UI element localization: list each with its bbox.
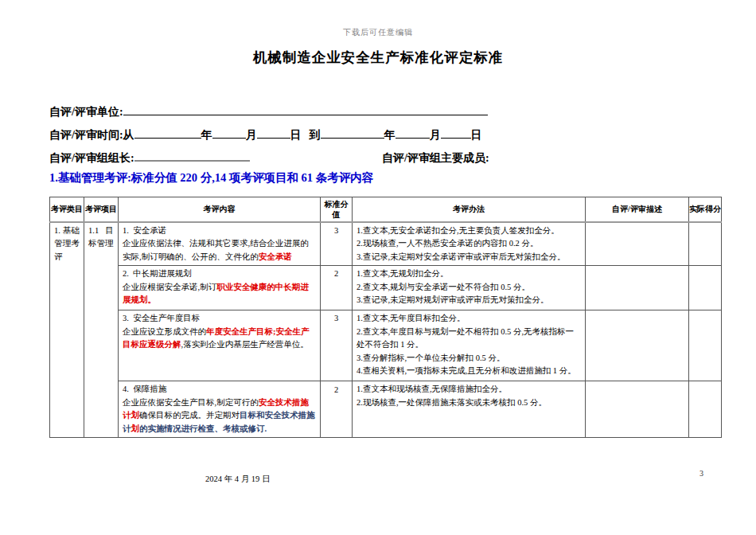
method-line: 1.查文本,无年度目标扣全分。 xyxy=(357,312,581,326)
from-day-blank[interactable] xyxy=(257,127,290,139)
column-header-3: 标准分值 xyxy=(321,197,353,222)
from-year-blank[interactable] xyxy=(134,127,201,139)
review-description-cell[interactable] xyxy=(586,381,689,438)
method-line: 2.现场核查,一人不熟悉安全承诺的内容扣 0.2 分。 xyxy=(357,237,581,251)
to-day-blank[interactable] xyxy=(441,127,471,139)
content-body: 企业应设立形成文件的年度安全生产目标;安全生产目标应逐级分解,落实到企业内基层生… xyxy=(123,326,316,352)
content-body: 企业应依据法律、法规和其它要求,结合企业进展的实际,制订明确的、公开的、文件化的… xyxy=(123,237,316,264)
actual-score-cell[interactable] xyxy=(689,222,722,266)
emphasis-red-text: 安全承诺 xyxy=(259,252,292,261)
form-line-leader: 自评/评审组组长: 自评/评审组主要成员: xyxy=(49,146,710,170)
method-line: 1.查文本,无规划扣全分。 xyxy=(357,268,581,281)
table-row: 1. 基础管理考评1.1目标管理1. 安全承诺企业应依据法律、法规和其它要求,结… xyxy=(50,222,722,266)
body-text: 企业应设立形成文件的 xyxy=(123,327,206,336)
header-form: 自评/评审单位: 自评/评审时间:从年月日到年月日 自评/评审组组长: 自评/评… xyxy=(49,100,710,170)
page-number: 3 xyxy=(699,469,703,478)
year-label-1: 年 xyxy=(201,129,212,141)
members-label: 自评/评审组主要成员: xyxy=(382,146,489,170)
table-row: 3. 安全生产年度目标企业应设立形成文件的年度安全生产目标;安全生产目标应逐级分… xyxy=(50,310,722,381)
standard-score-cell: 3 xyxy=(321,310,353,381)
content-title: 1. 安全承诺 xyxy=(123,225,316,238)
actual-score-cell[interactable] xyxy=(689,310,722,381)
content-cell: 2. 中长期进展规划企业应根据安全承诺,制订职业安全健康的中长期进展规划。 xyxy=(119,266,321,310)
method-cell: 1.查文本,无安全承诺扣全分,无主要负责人签发扣全分。2.现场核查,一人不熟悉安… xyxy=(353,222,586,266)
body-text: 企业应根据安全承诺,制订 xyxy=(123,283,216,291)
evaluation-table: 考评类目考评项目考评内容标准分值考评办法自评/评审描述实际得分 1. 基础管理考… xyxy=(49,197,722,438)
leader-blank-line[interactable] xyxy=(134,150,250,162)
method-line: 3.查记录,未定期对安全承诺评审或评审后无对策扣全分。 xyxy=(357,251,581,264)
month-label-2: 月 xyxy=(430,129,441,141)
category-cell: 1. 基础管理考评 xyxy=(50,222,84,438)
column-header-6: 实际得分 xyxy=(689,197,722,222)
method-line: 3.查分解指标,一个单位未分解扣 0.5 分。 xyxy=(357,352,581,365)
emphasis-blue-text: 的实施情况进行检查、考核或修订. xyxy=(139,424,267,433)
footer-date: 2024 年 4 月 19 日 xyxy=(205,474,270,485)
actual-score-cell[interactable] xyxy=(689,266,722,310)
content-title: 3. 安全生产年度目标 xyxy=(123,312,316,326)
column-header-5: 自评/评审描述 xyxy=(586,197,689,222)
standard-score-cell: 2 xyxy=(321,381,353,438)
column-header-2: 考评内容 xyxy=(119,197,321,222)
column-header-1: 考评项目 xyxy=(84,197,119,222)
form-line-unit: 自评/评审单位: xyxy=(49,100,710,123)
day-label-1: 日 xyxy=(290,129,302,141)
body-text: ,落实到企业内基层生产经营单位。 xyxy=(181,340,309,349)
page-title: 机械制造企业安全生产标准化评定标准 xyxy=(0,48,756,67)
month-label-1: 月 xyxy=(246,129,257,141)
project-cell: 1.1目标管理 xyxy=(84,222,119,438)
column-header-0: 考评类目 xyxy=(50,197,84,222)
actual-score-cell[interactable] xyxy=(689,381,722,438)
method-line: 1.查文本和现场核查,无保障措施扣全分。 xyxy=(357,383,581,396)
unit-blank-line[interactable] xyxy=(123,103,488,115)
from-month-blank[interactable] xyxy=(212,127,246,139)
table-row: 2. 中长期进展规划企业应根据安全承诺,制订职业安全健康的中长期进展规划。21.… xyxy=(50,266,722,310)
emphasis-red-text: 划 xyxy=(131,424,140,433)
standard-score-cell: 3 xyxy=(321,222,353,266)
method-line: 2.查文本,规划与安全承诺一处不符合扣 0.5 分。 xyxy=(357,281,581,295)
method-line: 2.现场核查,一处保障措施未落实或未考核扣 0.5 分。 xyxy=(357,396,581,410)
method-line: 1.查文本,无安全承诺扣全分,无主要负责人签发扣全分。 xyxy=(357,225,581,238)
body-text: 确保目标的完成。并定期对 xyxy=(139,411,240,420)
method-cell: 1.查文本和现场核查,无保障措施扣全分。2.现场核查,一处保障措施未落实或未考核… xyxy=(353,381,586,438)
method-line: 3.查记录,未定期对规划评审或评审后无对策扣全分。 xyxy=(357,294,581,307)
unit-label: 自评/评审单位: xyxy=(49,106,123,118)
method-line: 4.查相关资料,一项指标未完成,且无分析和改进措施扣 1 分。 xyxy=(357,365,581,378)
method-cell: 1.查文本,无规划扣全分。2.查文本,规划与安全承诺一处不符合扣 0.5 分。3… xyxy=(353,266,586,310)
content-body: 企业应依据安全生产目标,制定可行的安全技术措施计划确保目标的完成。并定期对目标和… xyxy=(123,396,316,436)
review-description-cell[interactable] xyxy=(586,266,689,310)
content-cell: 3. 安全生产年度目标企业应设立形成文件的年度安全生产目标;安全生产目标应逐级分… xyxy=(119,310,321,381)
content-body: 企业应根据安全承诺,制订职业安全健康的中长期进展规划。 xyxy=(123,281,316,307)
to-year-blank[interactable] xyxy=(321,127,384,139)
form-line-time: 自评/评审时间:从年月日到年月日 xyxy=(49,123,710,146)
content-cell: 4. 保障措施企业应依据安全生产目标,制定可行的安全技术措施计划确保目标的完成。… xyxy=(119,381,321,438)
to-month-blank[interactable] xyxy=(396,127,430,139)
day-label-2: 日 xyxy=(471,129,482,141)
leader-label: 自评/评审组组长: xyxy=(49,152,134,164)
content-title: 2. 中长期进展规划 xyxy=(123,268,316,281)
body-text: 企业应依据安全生产目标,制定可行的 xyxy=(123,398,259,407)
to-label: 到 xyxy=(310,129,321,141)
table-row: 4. 保障措施企业应依据安全生产目标,制定可行的安全技术措施计划确保目标的完成。… xyxy=(50,381,722,438)
content-cell: 1. 安全承诺企业应依据法律、法规和其它要求,结合企业进展的实际,制订明确的、公… xyxy=(119,222,321,266)
table-header: 考评类目考评项目考评内容标准分值考评办法自评/评审描述实际得分 xyxy=(50,197,722,222)
method-line: 2.查文本,年度目标与规划一处不相符扣 0.5 分,无考核指标一处不符合扣 1 … xyxy=(357,326,581,352)
standard-score-cell: 2 xyxy=(321,266,353,310)
time-label: 自评/评审时间:从 xyxy=(49,129,134,141)
year-label-2: 年 xyxy=(384,129,396,141)
column-header-4: 考评办法 xyxy=(353,197,586,222)
method-cell: 1.查文本,无年度目标扣全分。2.查文本,年度目标与规划一处不相符扣 0.5 分… xyxy=(353,310,586,381)
content-title: 4. 保障措施 xyxy=(123,383,316,396)
review-description-cell[interactable] xyxy=(586,310,689,381)
section-heading: 1.基础管理考评:标准分值 220 分,14 项考评项目和 61 条考评内容 xyxy=(49,170,373,185)
review-description-cell[interactable] xyxy=(586,222,689,266)
edit-note: 下载后可任意编辑 xyxy=(0,27,756,38)
